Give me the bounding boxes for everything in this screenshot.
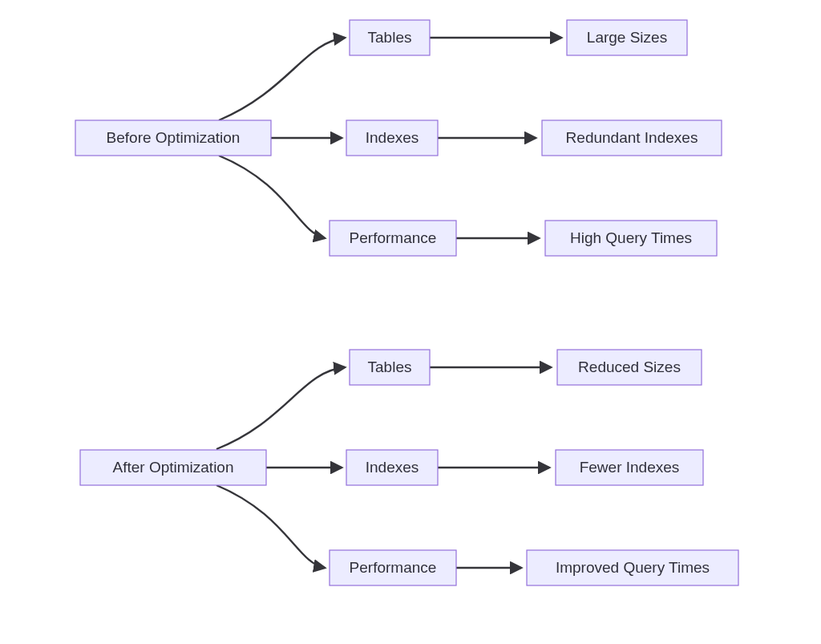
edge-before-to-performance — [219, 156, 325, 238]
node-label: Tables — [368, 358, 412, 375]
node-a-reduced-sizes: Reduced Sizes — [557, 350, 702, 385]
node-label: Redundant Indexes — [566, 129, 698, 146]
node-label: Indexes — [366, 129, 419, 146]
node-label: Large Sizes — [587, 29, 667, 46]
edge-after-to-tables — [216, 367, 345, 449]
node-before-optimization: Before Optimization — [75, 120, 271, 156]
node-label: High Query Times — [570, 229, 692, 246]
node-after-optimization: After Optimization — [80, 450, 266, 485]
edge-before-to-tables — [219, 38, 345, 120]
node-a-indexes: Indexes — [346, 450, 438, 485]
node-a-performance: Performance — [330, 550, 456, 585]
node-a-tables: Tables — [350, 350, 430, 385]
node-label: Performance — [350, 559, 437, 576]
node-label: Improved Query Times — [556, 559, 710, 576]
node-label: Fewer Indexes — [580, 459, 680, 476]
node-label: Reduced Sizes — [578, 358, 681, 375]
edges-group — [216, 38, 561, 568]
node-a-fewer-indexes: Fewer Indexes — [556, 450, 703, 485]
node-label: Performance — [350, 229, 437, 246]
node-label: After Optimization — [113, 459, 234, 476]
node-b-redundant-indexes: Redundant Indexes — [542, 120, 722, 156]
flowchart-diagram: Before Optimization Tables Indexes Perfo… — [0, 0, 821, 644]
node-b-high-query-times: High Query Times — [545, 221, 717, 256]
node-label: Before Optimization — [107, 129, 241, 146]
node-label: Tables — [368, 29, 412, 46]
node-b-indexes: Indexes — [346, 120, 438, 156]
node-label: Indexes — [366, 459, 419, 476]
node-b-large-sizes: Large Sizes — [567, 20, 687, 55]
node-a-improved-query-times: Improved Query Times — [527, 550, 738, 585]
edge-after-to-performance — [216, 485, 325, 568]
node-b-performance: Performance — [330, 221, 456, 256]
node-b-tables: Tables — [350, 20, 430, 55]
